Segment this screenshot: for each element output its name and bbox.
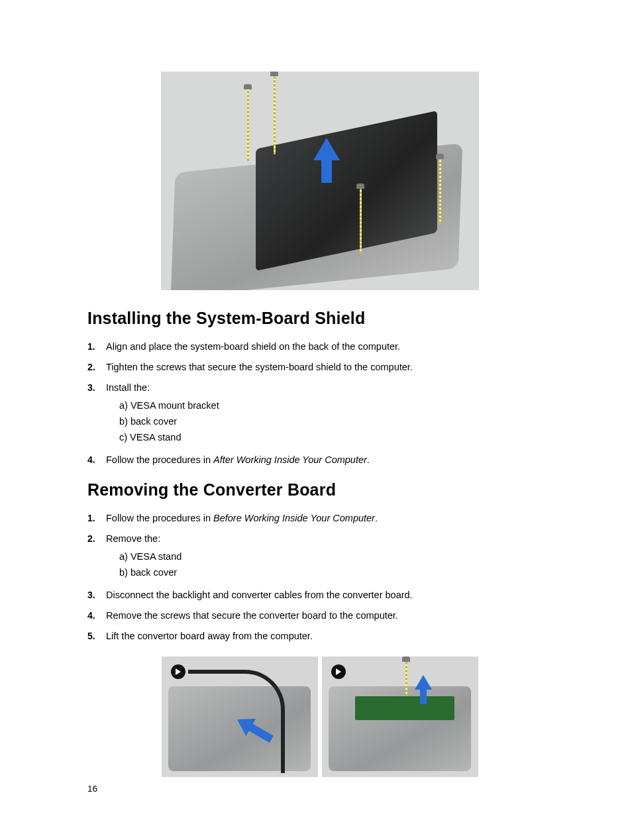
figure-system-board-shield: [87, 72, 553, 290]
play-badge-icon: [331, 664, 346, 679]
figure-converter-board: [87, 656, 553, 777]
heading-installing-shield: Installing the System-Board Shield: [87, 309, 553, 328]
list-item: 3. Install the: a) VESA mount bracket b)…: [87, 381, 553, 446]
lift-arrow-icon: [313, 138, 340, 184]
list-item: 1. Align and place the system-board shie…: [87, 340, 553, 354]
list-item: 1. Follow the procedures in Before Worki…: [87, 511, 553, 525]
play-badge-icon: [171, 664, 185, 679]
list-item: 4. Follow the procedures in After Workin…: [87, 453, 553, 467]
heading-removing-converter: Removing the Converter Board: [87, 480, 553, 499]
screw-icon: [405, 660, 407, 696]
lift-arrow-icon: [415, 675, 432, 706]
list-item: 4. Remove the screws that secure the con…: [87, 609, 553, 623]
list-item: 2. Tighten the screws that secure the sy…: [87, 360, 553, 374]
list-item: 5. Lift the convertor board away from th…: [87, 629, 553, 643]
screw-icon: [247, 88, 249, 161]
list-item: 3. Disconnect the backlight and converte…: [87, 588, 553, 602]
screw-icon: [439, 158, 441, 224]
remove-steps: 1. Follow the procedures in Before Worki…: [87, 511, 553, 643]
list-item: 2. Remove the: a) VESA stand b) back cov…: [87, 532, 553, 582]
screw-icon: [274, 75, 276, 154]
page-number: 16: [87, 784, 97, 794]
install-steps: 1. Align and place the system-board shie…: [87, 340, 553, 467]
screw-icon: [360, 187, 362, 254]
